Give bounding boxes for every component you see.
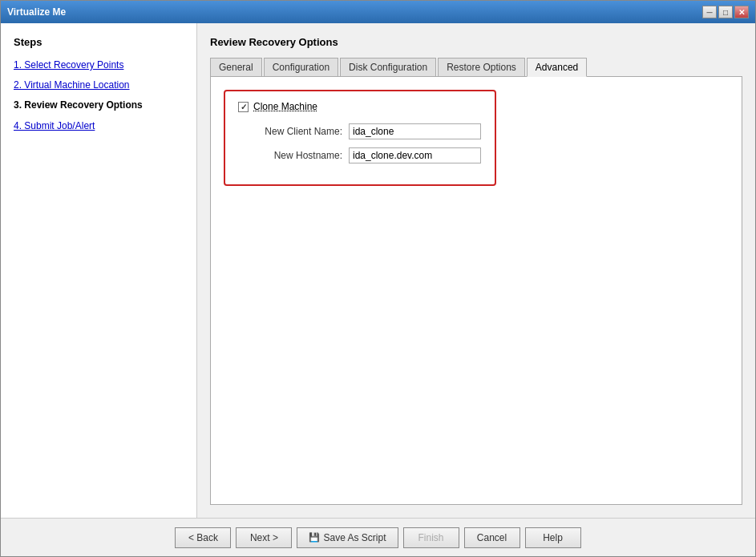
- new-hostname-row: New Hostname:: [238, 147, 482, 163]
- cancel-button[interactable]: Cancel: [464, 527, 520, 548]
- tab-configuration[interactable]: Configuration: [264, 58, 338, 76]
- new-hostname-input[interactable]: [349, 147, 481, 163]
- clone-machine-header: Clone Machine: [238, 101, 482, 112]
- tab-general[interactable]: General: [210, 58, 262, 76]
- sidebar: Steps 1. Select Recovery Points 2. Virtu…: [1, 23, 197, 518]
- tab-content-advanced: Clone Machine New Client Name: New Hostn…: [210, 77, 742, 505]
- window-body: Steps 1. Select Recovery Points 2. Virtu…: [1, 23, 755, 518]
- window-title: Virtualize Me: [7, 6, 66, 18]
- save-as-script-button[interactable]: 💾 Save As Script: [297, 527, 398, 548]
- tab-restore-options[interactable]: Restore Options: [438, 58, 525, 76]
- clone-machine-checkbox[interactable]: [238, 102, 249, 112]
- tab-advanced[interactable]: Advanced: [527, 58, 587, 77]
- tabs-container: General Configuration Disk Configuration…: [210, 58, 742, 505]
- clone-machine-label: Clone Machine: [253, 101, 317, 112]
- new-client-name-row: New Client Name:: [238, 123, 482, 139]
- back-button[interactable]: < Back: [175, 527, 231, 548]
- page-title: Review Recovery Options: [210, 36, 742, 48]
- finish-button[interactable]: Finish: [403, 527, 459, 548]
- main-content: Review Recovery Options General Configur…: [197, 23, 755, 518]
- step2-link[interactable]: 2. Virtual Machine Location: [14, 79, 130, 91]
- new-client-name-label: New Client Name:: [238, 126, 342, 137]
- save-icon: 💾: [309, 532, 320, 543]
- bottom-bar: < Back Next > 💾 Save As Script Finish Ca…: [1, 518, 755, 556]
- step4-link[interactable]: 4. Submit Job/Alert: [14, 120, 95, 131]
- title-bar: Virtualize Me ─ □ ✕: [1, 1, 755, 23]
- help-button[interactable]: Help: [525, 527, 581, 548]
- main-window: Virtualize Me ─ □ ✕ Steps 1. Select Reco…: [0, 0, 756, 557]
- sidebar-item-step1[interactable]: 1. Select Recovery Points: [14, 58, 184, 73]
- maximize-button[interactable]: □: [718, 6, 733, 18]
- save-script-label: Save As Script: [323, 532, 386, 543]
- next-button[interactable]: Next >: [236, 527, 292, 548]
- minimize-button[interactable]: ─: [702, 6, 717, 18]
- sidebar-item-step3: 3. Review Recovery Options: [14, 98, 184, 113]
- sidebar-item-step2[interactable]: 2. Virtual Machine Location: [14, 78, 184, 93]
- tab-bar: General Configuration Disk Configuration…: [210, 58, 742, 77]
- step1-link[interactable]: 1. Select Recovery Points: [14, 59, 123, 71]
- title-bar-controls: ─ □ ✕: [702, 6, 749, 18]
- step3-label: 3. Review Recovery Options: [14, 99, 143, 111]
- clone-machine-section: Clone Machine New Client Name: New Hostn…: [224, 90, 496, 186]
- tab-disk-configuration[interactable]: Disk Configuration: [340, 58, 436, 76]
- new-hostname-label: New Hostname:: [238, 150, 342, 161]
- new-client-name-input[interactable]: [349, 123, 481, 139]
- sidebar-item-step4[interactable]: 4. Submit Job/Alert: [14, 119, 184, 134]
- close-button[interactable]: ✕: [734, 6, 749, 18]
- sidebar-title: Steps: [14, 36, 184, 48]
